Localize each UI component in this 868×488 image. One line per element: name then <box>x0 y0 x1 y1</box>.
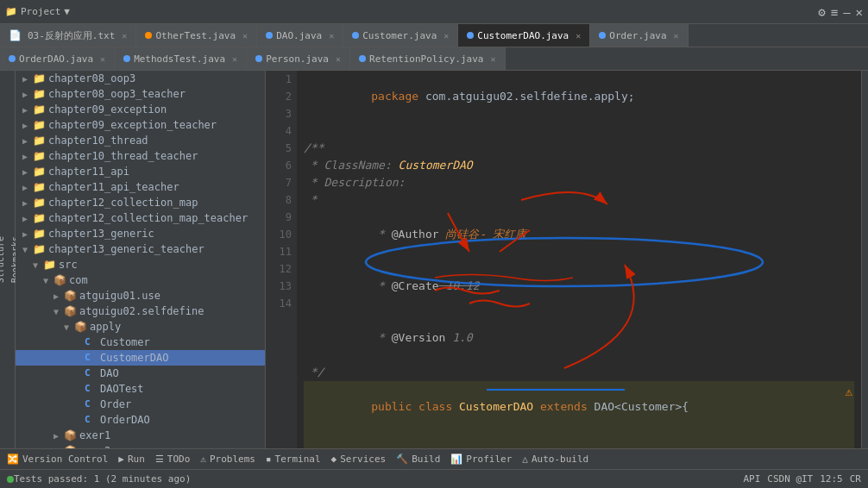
tab-methodstest[interactable]: MethodsTest.java ✕ <box>115 47 247 70</box>
sidebar-item-chapter08-oop3[interactable]: ▶ 📁 chapter08_oop3 <box>16 71 265 86</box>
tab-dot-retentionpolicy <box>359 55 366 62</box>
tab-close-reflection[interactable]: ✕ <box>122 31 127 41</box>
code-line-6: * <box>304 191 854 209</box>
tab-orderdao[interactable]: OrderDAO.java ✕ <box>0 47 115 70</box>
tab-bar-2: OrderDAO.java ✕ MethodsTest.java ✕ Perso… <box>0 47 868 71</box>
arrow-chapter12-collection-teacher: ▶ <box>22 214 33 223</box>
settings-icon[interactable]: ⚙ <box>818 5 825 19</box>
sidebar-item-com[interactable]: ▼ 📦 com <box>16 272 265 288</box>
arrow-chapter11-api-teacher: ▶ <box>22 183 33 192</box>
terminal-button[interactable]: ▪ Terminal <box>266 454 321 465</box>
top-bar-icons: ⚙ ≡ – ✕ <box>818 5 863 19</box>
code-line-10: */ <box>304 364 854 381</box>
version-control-button[interactable]: 🔀 Version Control <box>7 454 108 465</box>
tab-order[interactable]: Order.java ✕ <box>590 24 688 47</box>
tab-dot-dao <box>266 32 273 39</box>
problems-icon: ⚠ <box>200 454 206 465</box>
sidebar-item-orderdao[interactable]: ▶ C OrderDAO <box>16 412 265 428</box>
sidebar-item-apply[interactable]: ▼ 📦 apply <box>16 319 265 335</box>
tab-close-order[interactable]: ✕ <box>674 31 679 41</box>
tab-close-othertest[interactable]: ✕ <box>242 31 248 41</box>
code-editor[interactable]: package com.atguigu02.selfdefine.apply; … <box>297 71 861 448</box>
tab-dot-customerdao <box>467 32 474 39</box>
sidebar-item-atguigu01[interactable]: ▶ 📦 atguigu01.use <box>16 288 265 303</box>
folder-icon-exer1: 📦 <box>64 429 78 441</box>
tab-close-orderdao[interactable]: ✕ <box>100 54 105 64</box>
arrow-exer1: ▶ <box>53 431 64 441</box>
status-dot <box>7 476 14 483</box>
sidebar-item-atguigu02[interactable]: ▼ 📦 atguigu02.selfdefine <box>16 303 265 319</box>
sidebar-item-chapter12-collection[interactable]: ▶ 📁 chapter12_collection_map <box>16 195 265 210</box>
arrow-atguigu02: ▼ <box>53 307 64 316</box>
minus-icon[interactable]: – <box>843 5 850 19</box>
sidebar-item-exer1[interactable]: ▶ 📦 exer1 <box>16 428 265 443</box>
arrow-chapter11-api: ▶ <box>22 167 33 177</box>
tab-dot-methodstest <box>123 55 130 62</box>
build-button[interactable]: 🔨 Build <box>396 454 440 465</box>
sidebar-item-chapter13-generic[interactable]: ▶ 📁 chapter13_generic <box>16 226 265 241</box>
build-icon: 🔨 <box>396 454 408 465</box>
left-edge-tabs: Bookmarks Structure <box>0 71 16 448</box>
run-icon: ▶ <box>118 454 124 465</box>
sidebar-item-chapter11-api[interactable]: ▶ 📁 chapter11_api <box>16 164 265 179</box>
sidebar-item-chapter11-api-teacher[interactable]: ▶ 📁 chapter11_api_teacher <box>16 179 265 195</box>
tab-othertest[interactable]: OtherTest.java ✕ <box>136 24 257 47</box>
code-line-11: public class CustomerDAO extends DAO<Cus… <box>304 381 854 448</box>
code-line-4: * ClassName: CustomerDAO <box>304 157 854 174</box>
sidebar-item-chapter10-thread-teacher[interactable]: ▶ 📁 chapter10_thread_teacher <box>16 148 265 164</box>
tab-person[interactable]: Person.java ✕ <box>247 47 350 70</box>
scrollbar-vertical[interactable] <box>861 71 868 448</box>
equalize-icon[interactable]: ≡ <box>831 5 838 19</box>
status-text: Tests passed: 1 (2 minutes ago) <box>14 473 191 485</box>
sidebar-item-order[interactable]: ▶ C Order <box>16 397 265 412</box>
sidebar-item-exer2[interactable]: ▶ 📦 exer2 <box>16 443 265 448</box>
sidebar-item-customer[interactable]: ▶ C Customer <box>16 335 265 350</box>
services-button[interactable]: ◆ Services <box>331 454 387 465</box>
sidebar-item-dao[interactable]: ▶ C DAO <box>16 366 265 381</box>
sidebar-item-chapter12-collection-teacher[interactable]: ▶ 📁 chapter12_collection_map_teacher <box>16 210 265 226</box>
tab-close-person[interactable]: ✕ <box>336 54 341 64</box>
sidebar-item-daotest[interactable]: ▶ C DAOTest <box>16 381 265 397</box>
close-icon[interactable]: ✕ <box>856 5 863 19</box>
folder-icon-src: 📁 <box>43 259 57 271</box>
problems-button[interactable]: ⚠ Problems <box>200 454 255 465</box>
sidebar-item-customerdao[interactable]: ▶ C CustomerDAO <box>16 350 265 366</box>
sidebar-item-chapter13-generic-teacher[interactable]: ▼ 📁 chapter13_generic_teacher <box>16 241 265 257</box>
java-icon-dao: C <box>85 367 98 379</box>
todo-button[interactable]: ☰ TODo <box>155 454 191 465</box>
sidebar-item-chapter10-thread[interactable]: ▶ 📁 chapter10_thread <box>16 133 265 148</box>
structure-tab[interactable]: Structure <box>0 229 7 290</box>
arrow-exer2: ▶ <box>53 447 64 449</box>
tab-customerdao[interactable]: CustomerDAO.java ✕ <box>458 24 590 47</box>
arrow-apply: ▼ <box>64 322 74 332</box>
folder-icon-chapter09: 📁 <box>33 103 47 116</box>
tab-customer[interactable]: Customer.java ✕ <box>343 24 458 47</box>
sidebar-item-chapter09-exception[interactable]: ▶ 📁 chapter09_exception <box>16 102 265 117</box>
tab-close-methodstest[interactable]: ✕ <box>232 54 237 64</box>
dropdown-arrow[interactable]: ▼ <box>64 6 70 17</box>
tab-dot-person <box>255 55 262 62</box>
todo-icon: ☰ <box>155 454 164 465</box>
arrow-customer: ▶ <box>74 338 85 347</box>
sidebar-item-src[interactable]: ▼ 📁 src <box>16 257 265 272</box>
autobuild-button[interactable]: △ Auto-build <box>522 454 588 465</box>
line-numbers: 1 2 3 4 5 6 7 8 9 10 11 12 13 14 <box>266 71 297 448</box>
tab-close-customer[interactable]: ✕ <box>443 31 449 41</box>
arrow-chapter08-oop3: ▶ <box>22 74 33 84</box>
profiler-button[interactable]: 📊 Profiler <box>450 454 512 465</box>
tab-retentionpolicy[interactable]: RetentionPolicy.java ✕ <box>350 47 505 70</box>
status-bar: Tests passed: 1 (2 minutes ago) API CSDN… <box>0 469 868 488</box>
tab-close-retentionpolicy[interactable]: ✕ <box>490 54 495 64</box>
tab-close-dao[interactable]: ✕ <box>329 31 334 41</box>
sidebar-item-chapter08-oop3-teacher[interactable]: ▶ 📁 chapter08_oop3_teacher <box>16 86 265 102</box>
tab-dao[interactable]: DAO.java ✕ <box>257 24 343 47</box>
package-icon-atguigu01: 📦 <box>64 290 78 302</box>
arrow-chapter10: ▶ <box>22 136 33 146</box>
sidebar-item-chapter09-exception-teacher[interactable]: ▶ 📁 chapter09_exception_teacher <box>16 117 265 133</box>
run-button[interactable]: ▶ Run <box>118 454 145 465</box>
terminal-icon: ▪ <box>266 454 272 465</box>
tab-bar-1: 📄 03-反射的应用.txt ✕ OtherTest.java ✕ DAO.ja… <box>0 24 868 47</box>
tab-reflection[interactable]: 📄 03-反射的应用.txt ✕ <box>0 24 136 47</box>
tab-close-customerdao[interactable]: ✕ <box>576 31 581 41</box>
folder-icon-chapter09-teacher: 📁 <box>33 119 47 131</box>
